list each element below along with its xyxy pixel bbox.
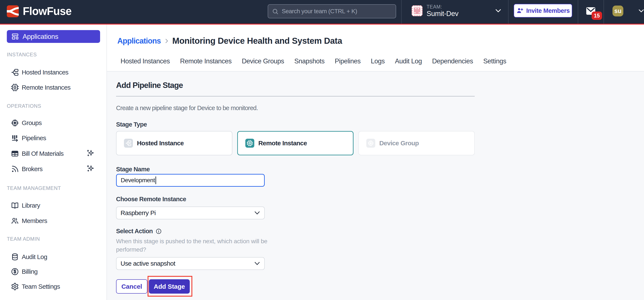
select-chevron-down-icon <box>254 262 260 266</box>
brand-name: FlowFuse <box>23 5 72 18</box>
hosted-instance-icon <box>125 140 132 146</box>
stage-type-options: Hosted Instance Remote Instance Device <box>116 131 475 155</box>
divider <box>401 0 402 24</box>
notifications-button[interactable]: 15 <box>586 7 603 20</box>
info-icon[interactable] <box>156 228 162 234</box>
stage-type-hosted-instance[interactable]: Hosted Instance <box>116 131 232 155</box>
breadcrumb: Applications Monitoring Device Health an… <box>117 36 342 46</box>
choose-remote-instance-label: Choose Remote Instance <box>116 196 186 203</box>
divider <box>604 0 604 24</box>
sidebar-item-library[interactable]: Library <box>0 201 107 210</box>
search-placeholder: Search your team (CTRL + K) <box>282 8 357 15</box>
tab-bar: Hosted Instances Remote Instances Device… <box>120 57 506 66</box>
bill-of-materials-icon <box>11 149 19 158</box>
audit-log-icon <box>11 253 19 261</box>
breadcrumb-chevron-right-icon <box>163 38 170 44</box>
tab-audit-log[interactable]: Audit Log <box>395 57 422 66</box>
team-label: TEAM: <box>426 4 442 10</box>
user-avatar[interactable]: su <box>612 6 623 17</box>
team-name: Sumit-Dev <box>426 10 458 18</box>
sidebar-item-groups[interactable]: Groups <box>0 118 107 128</box>
team-settings-icon <box>11 282 19 291</box>
groups-icon <box>11 119 19 127</box>
stage-type-label: Stage Type <box>116 121 147 128</box>
pipelines-icon <box>11 134 19 142</box>
sidebar-section-team-management: TEAM MANAGEMENT <box>7 185 61 191</box>
breadcrumb-applications-link[interactable]: Applications <box>117 37 161 45</box>
select-chevron-down-icon <box>254 211 260 215</box>
user-initials: su <box>614 8 622 15</box>
members-icon <box>11 217 19 225</box>
text-caret <box>156 177 156 184</box>
divider <box>578 0 578 24</box>
sparkles-icon <box>86 149 94 157</box>
applications-icon <box>11 33 19 40</box>
annotation-highlight-box <box>148 276 192 296</box>
tab-device-groups[interactable]: Device Groups <box>242 57 284 66</box>
flowfuse-logo-icon <box>7 5 19 17</box>
panel-title: Add Pipeline Stage <box>116 81 183 90</box>
page-header: Applications Monitoring Device Health an… <box>107 25 644 71</box>
sidebar-item-billing[interactable]: Billing <box>0 267 107 276</box>
sidebar-section-instances: INSTANCES <box>7 52 37 58</box>
user-plus-icon <box>516 7 524 14</box>
sidebar-item-hosted-instances[interactable]: Hosted Instances <box>0 68 107 77</box>
sparkles-icon <box>86 165 94 173</box>
sidebar-item-remote-instances[interactable]: Remote Instances <box>0 83 107 92</box>
divider <box>116 96 475 96</box>
tab-pipelines[interactable]: Pipelines <box>335 57 360 66</box>
page-title: Monitoring Device Health and System Data <box>172 36 342 46</box>
billing-icon <box>11 267 19 276</box>
remote-instance-select[interactable]: Raspberry Pi <box>116 207 265 219</box>
notification-badge: 15 <box>592 12 602 20</box>
panel-description: Create a new pipeline stage for Device t… <box>116 105 258 112</box>
invite-members-label: Invite Members <box>526 7 570 14</box>
sidebar: Applications INSTANCES Hosted Instances … <box>0 25 107 300</box>
brokers-icon <box>11 165 19 173</box>
tab-logs[interactable]: Logs <box>371 57 384 66</box>
stage-type-remote-instance[interactable]: Remote Instance <box>237 131 354 155</box>
select-action-row: Select Action <box>116 228 162 235</box>
sidebar-item-label: Applications <box>22 33 58 41</box>
brand[interactable]: FlowFuse <box>7 5 72 18</box>
invite-members-button[interactable]: Invite Members <box>514 4 572 18</box>
sidebar-item-members[interactable]: Members <box>0 216 107 226</box>
select-action-help: When this stage is pushed to the next, w… <box>116 237 271 254</box>
user-chevron-down-icon[interactable] <box>638 9 644 13</box>
stage-name-input[interactable]: Development <box>116 174 265 187</box>
tab-remote-instances[interactable]: Remote Instances <box>180 57 232 66</box>
sidebar-section-operations: OPERATIONS <box>7 103 41 109</box>
action-select[interactable]: Use active snapshot <box>116 257 265 270</box>
sidebar-item-brokers[interactable]: Brokers <box>0 164 107 174</box>
team-avatar[interactable] <box>412 5 422 16</box>
remote-instances-icon <box>11 83 19 92</box>
sidebar-item-applications[interactable]: Applications <box>7 30 100 43</box>
top-navbar: FlowFuse Search your team (CTRL + K) <box>0 0 644 25</box>
device-group-icon <box>368 140 374 146</box>
tab-dependencies[interactable]: Dependencies <box>432 57 473 66</box>
team-search-input[interactable]: Search your team (CTRL + K) <box>268 4 396 18</box>
search-icon <box>272 8 278 15</box>
sidebar-section-team-admin: TEAM ADMIN <box>7 236 40 242</box>
stage-type-device-group: Device Group <box>358 131 475 155</box>
tab-hosted-instances[interactable]: Hosted Instances <box>120 57 170 66</box>
sidebar-item-bill-of-materials[interactable]: Bill Of Materials <box>0 149 107 158</box>
select-action-label: Select Action <box>116 228 153 235</box>
remote-instance-icon <box>246 140 253 146</box>
stage-name-label: Stage Name <box>116 166 150 173</box>
sidebar-item-pipelines[interactable]: Pipelines <box>0 133 107 143</box>
team-chevron-down-icon[interactable] <box>495 9 501 13</box>
library-icon <box>11 201 19 210</box>
cancel-button[interactable]: Cancel <box>116 279 147 293</box>
sidebar-item-team-settings[interactable]: Team Settings <box>0 282 107 291</box>
tab-settings[interactable]: Settings <box>483 57 506 66</box>
tab-snapshots[interactable]: Snapshots <box>294 57 324 66</box>
sidebar-item-audit-log[interactable]: Audit Log <box>0 252 107 262</box>
add-pipeline-stage-panel: Add Pipeline Stage Create a new pipeline… <box>107 71 644 300</box>
divider <box>508 0 508 24</box>
hosted-instances-icon <box>11 68 19 76</box>
